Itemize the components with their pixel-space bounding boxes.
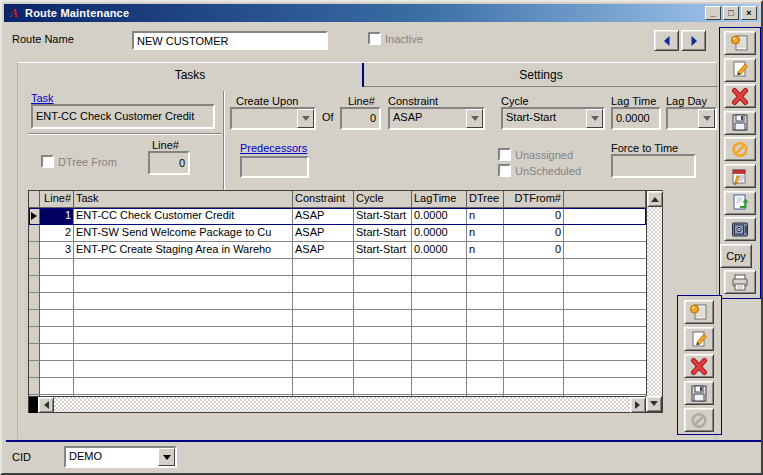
grid-cell[interactable] xyxy=(564,310,646,327)
task-field[interactable]: ENT-CC Check Customer Credit xyxy=(31,104,215,129)
grid-row[interactable] xyxy=(29,276,646,293)
predecessors-field[interactable] xyxy=(240,156,309,178)
grid-cell[interactable] xyxy=(564,225,646,242)
maximize-button[interactable]: □ xyxy=(723,6,739,20)
grid-cell[interactable]: Start-Start xyxy=(354,208,412,225)
grid-cell[interactable] xyxy=(40,327,74,344)
grid-cell[interactable] xyxy=(412,327,467,344)
grid-cell[interactable] xyxy=(564,378,646,395)
grid-cell[interactable]: 0 xyxy=(504,208,564,225)
grid-cell[interactable] xyxy=(293,293,354,310)
grid-cell[interactable] xyxy=(354,310,412,327)
grid-cell[interactable] xyxy=(293,259,354,276)
route-name-input[interactable] xyxy=(132,31,328,50)
grid-row[interactable] xyxy=(29,361,646,378)
edit-row-button[interactable] xyxy=(684,327,714,351)
grid-cell[interactable] xyxy=(354,327,412,344)
grid-cell[interactable] xyxy=(467,344,504,361)
inactive-checkbox[interactable] xyxy=(368,32,381,45)
grid-cell[interactable] xyxy=(504,361,564,378)
cid-combo[interactable]: DEMO xyxy=(64,446,177,468)
row-selector-cell[interactable] xyxy=(29,378,40,395)
unscheduled-checkbox[interactable] xyxy=(498,164,511,177)
unassigned-checkbox[interactable] xyxy=(498,148,511,161)
cancel-changes-button[interactable] xyxy=(724,137,756,161)
grid-cell[interactable] xyxy=(74,276,293,293)
grid-cell[interactable]: 0 xyxy=(504,242,564,259)
edit-record-button[interactable] xyxy=(724,58,756,82)
new-record-button[interactable] xyxy=(724,31,756,55)
row-selector-cell[interactable] xyxy=(29,361,40,378)
grid-cell[interactable]: n xyxy=(467,208,504,225)
dropdown-button[interactable] xyxy=(158,448,175,466)
grid-cell[interactable] xyxy=(467,259,504,276)
scroll-up-button[interactable] xyxy=(647,191,663,207)
grid-cell[interactable] xyxy=(412,276,467,293)
grid-row[interactable] xyxy=(29,259,646,276)
grid-row[interactable] xyxy=(29,378,646,395)
grid-cell[interactable] xyxy=(504,276,564,293)
row-selector-cell[interactable] xyxy=(29,344,40,361)
grid-row[interactable] xyxy=(29,344,646,361)
force-to-time-field[interactable] xyxy=(611,154,696,178)
close-button[interactable]: × xyxy=(741,6,757,20)
grid-cell[interactable] xyxy=(467,276,504,293)
grid-cell[interactable] xyxy=(354,293,412,310)
grid-cell[interactable] xyxy=(74,259,293,276)
row-selector-cell[interactable] xyxy=(29,259,40,276)
grid-cell[interactable] xyxy=(293,344,354,361)
transfer-record-button[interactable] xyxy=(724,191,756,215)
grid-cell[interactable] xyxy=(564,242,646,259)
edit-notes-button[interactable] xyxy=(724,164,756,188)
grid-row[interactable]: 2ENT-SW Send Welcome Package to CuASAPSt… xyxy=(29,225,646,242)
grid-cell[interactable]: 1 xyxy=(40,208,74,225)
grid-cell[interactable] xyxy=(504,259,564,276)
grid-row-current[interactable]: 1ENT-CC Check Customer CreditASAPStart-S… xyxy=(29,208,646,225)
horizontal-scrollbar[interactable] xyxy=(29,396,646,412)
titlebar[interactable]: A Route Maintenance _ □ × xyxy=(4,4,759,22)
grid-row[interactable]: 3ENT-PC Create Staging Area in WarehoASA… xyxy=(29,242,646,259)
grid-cell[interactable] xyxy=(564,208,646,225)
grid-cell[interactable] xyxy=(40,276,74,293)
new-row-button[interactable] xyxy=(684,300,714,324)
grid-cell[interactable]: Start-Start xyxy=(354,242,412,259)
grid-cell[interactable] xyxy=(412,310,467,327)
grid-cell[interactable] xyxy=(293,378,354,395)
grid-cell[interactable]: Start-Start xyxy=(354,225,412,242)
grid-cell[interactable] xyxy=(564,259,646,276)
grid-cell[interactable] xyxy=(467,361,504,378)
grid-cell[interactable] xyxy=(504,344,564,361)
grid-cell[interactable] xyxy=(354,259,412,276)
grid-cell[interactable] xyxy=(564,344,646,361)
grid-cell[interactable]: ENT-PC Create Staging Area in Wareho xyxy=(74,242,293,259)
tab-settings[interactable]: Settings xyxy=(364,63,718,87)
grid-cell[interactable] xyxy=(564,276,646,293)
grid-cell[interactable] xyxy=(40,361,74,378)
row-selector-cell[interactable] xyxy=(29,242,40,259)
grid-cell[interactable] xyxy=(74,344,293,361)
save-record-button[interactable] xyxy=(724,111,756,135)
grid-cell[interactable] xyxy=(412,293,467,310)
grid-cell[interactable] xyxy=(504,378,564,395)
previous-record-button[interactable] xyxy=(654,30,679,51)
next-record-button[interactable] xyxy=(681,30,706,51)
grid-cell[interactable] xyxy=(40,293,74,310)
dropdown-button[interactable] xyxy=(698,109,715,128)
dropdown-button[interactable] xyxy=(586,109,603,128)
grid-cell[interactable] xyxy=(40,259,74,276)
grid-cell[interactable] xyxy=(412,378,467,395)
grid-cell[interactable] xyxy=(74,361,293,378)
grid-cell[interactable] xyxy=(40,344,74,361)
grid-cell[interactable]: 0.0000 xyxy=(412,225,467,242)
grid-cell[interactable] xyxy=(293,327,354,344)
grid-cell[interactable] xyxy=(40,378,74,395)
grid-cell[interactable]: ASAP xyxy=(293,225,354,242)
grid-cell[interactable]: 2 xyxy=(40,225,74,242)
grid-cell[interactable] xyxy=(293,361,354,378)
grid-cell[interactable] xyxy=(293,276,354,293)
grid-cell[interactable]: 0 xyxy=(504,225,564,242)
dropdown-button[interactable] xyxy=(466,109,483,128)
print-button[interactable] xyxy=(724,270,756,294)
grid-cell[interactable]: ENT-SW Send Welcome Package to Cu xyxy=(74,225,293,242)
scrollbar-splitter[interactable] xyxy=(29,397,38,413)
